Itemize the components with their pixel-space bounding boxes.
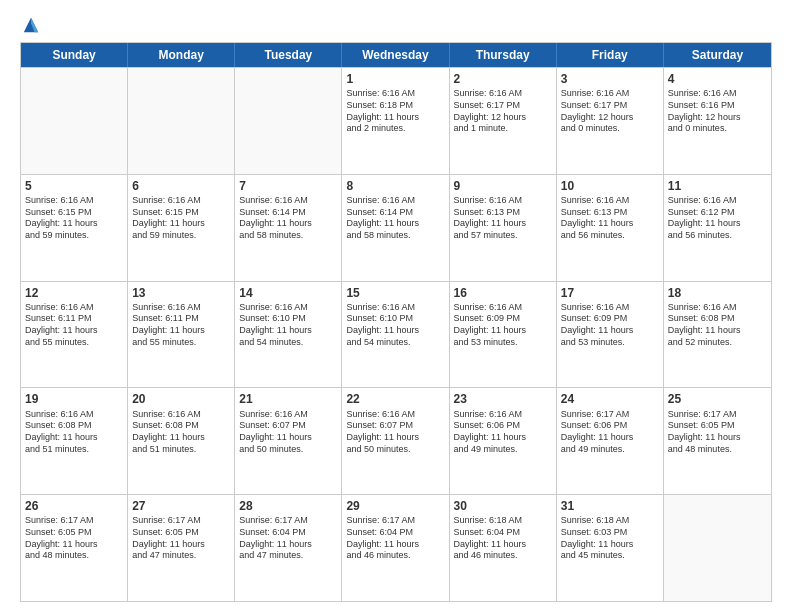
cal-cell-4-2: 28Sunrise: 6:17 AM Sunset: 6:04 PM Dayli…: [235, 495, 342, 601]
weekday-header-sunday: Sunday: [21, 43, 128, 67]
day-number: 6: [132, 178, 230, 194]
cal-cell-4-1: 27Sunrise: 6:17 AM Sunset: 6:05 PM Dayli…: [128, 495, 235, 601]
cell-info: Sunrise: 6:16 AM Sunset: 6:07 PM Dayligh…: [239, 409, 337, 456]
day-number: 19: [25, 391, 123, 407]
day-number: 13: [132, 285, 230, 301]
cell-info: Sunrise: 6:17 AM Sunset: 6:05 PM Dayligh…: [25, 515, 123, 562]
cal-cell-1-3: 8Sunrise: 6:16 AM Sunset: 6:14 PM Daylig…: [342, 175, 449, 281]
cal-cell-1-6: 11Sunrise: 6:16 AM Sunset: 6:12 PM Dayli…: [664, 175, 771, 281]
day-number: 28: [239, 498, 337, 514]
cal-cell-1-0: 5Sunrise: 6:16 AM Sunset: 6:15 PM Daylig…: [21, 175, 128, 281]
cell-info: Sunrise: 6:16 AM Sunset: 6:16 PM Dayligh…: [668, 88, 767, 135]
cell-info: Sunrise: 6:16 AM Sunset: 6:15 PM Dayligh…: [132, 195, 230, 242]
cell-info: Sunrise: 6:16 AM Sunset: 6:07 PM Dayligh…: [346, 409, 444, 456]
cal-cell-0-0: [21, 68, 128, 174]
cell-info: Sunrise: 6:17 AM Sunset: 6:06 PM Dayligh…: [561, 409, 659, 456]
cell-info: Sunrise: 6:17 AM Sunset: 6:04 PM Dayligh…: [239, 515, 337, 562]
cal-cell-0-2: [235, 68, 342, 174]
day-number: 29: [346, 498, 444, 514]
day-number: 17: [561, 285, 659, 301]
calendar-row-3: 19Sunrise: 6:16 AM Sunset: 6:08 PM Dayli…: [21, 387, 771, 494]
cal-cell-1-2: 7Sunrise: 6:16 AM Sunset: 6:14 PM Daylig…: [235, 175, 342, 281]
cal-cell-0-3: 1Sunrise: 6:16 AM Sunset: 6:18 PM Daylig…: [342, 68, 449, 174]
weekday-header-tuesday: Tuesday: [235, 43, 342, 67]
cell-info: Sunrise: 6:16 AM Sunset: 6:17 PM Dayligh…: [561, 88, 659, 135]
cal-cell-3-1: 20Sunrise: 6:16 AM Sunset: 6:08 PM Dayli…: [128, 388, 235, 494]
cal-cell-0-4: 2Sunrise: 6:16 AM Sunset: 6:17 PM Daylig…: [450, 68, 557, 174]
logo: [20, 16, 40, 34]
cell-info: Sunrise: 6:16 AM Sunset: 6:13 PM Dayligh…: [454, 195, 552, 242]
day-number: 2: [454, 71, 552, 87]
cell-info: Sunrise: 6:16 AM Sunset: 6:09 PM Dayligh…: [454, 302, 552, 349]
cal-cell-3-6: 25Sunrise: 6:17 AM Sunset: 6:05 PM Dayli…: [664, 388, 771, 494]
cell-info: Sunrise: 6:16 AM Sunset: 6:12 PM Dayligh…: [668, 195, 767, 242]
day-number: 27: [132, 498, 230, 514]
day-number: 5: [25, 178, 123, 194]
cal-cell-0-1: [128, 68, 235, 174]
cell-info: Sunrise: 6:16 AM Sunset: 6:18 PM Dayligh…: [346, 88, 444, 135]
cal-cell-4-6: [664, 495, 771, 601]
day-number: 30: [454, 498, 552, 514]
cell-info: Sunrise: 6:17 AM Sunset: 6:05 PM Dayligh…: [132, 515, 230, 562]
day-number: 14: [239, 285, 337, 301]
day-number: 7: [239, 178, 337, 194]
cell-info: Sunrise: 6:16 AM Sunset: 6:14 PM Dayligh…: [346, 195, 444, 242]
day-number: 8: [346, 178, 444, 194]
cal-cell-0-6: 4Sunrise: 6:16 AM Sunset: 6:16 PM Daylig…: [664, 68, 771, 174]
cell-info: Sunrise: 6:16 AM Sunset: 6:14 PM Dayligh…: [239, 195, 337, 242]
cal-cell-0-5: 3Sunrise: 6:16 AM Sunset: 6:17 PM Daylig…: [557, 68, 664, 174]
day-number: 3: [561, 71, 659, 87]
day-number: 25: [668, 391, 767, 407]
day-number: 12: [25, 285, 123, 301]
cell-info: Sunrise: 6:18 AM Sunset: 6:03 PM Dayligh…: [561, 515, 659, 562]
calendar-row-4: 26Sunrise: 6:17 AM Sunset: 6:05 PM Dayli…: [21, 494, 771, 601]
weekday-header-monday: Monday: [128, 43, 235, 67]
cell-info: Sunrise: 6:16 AM Sunset: 6:13 PM Dayligh…: [561, 195, 659, 242]
cell-info: Sunrise: 6:16 AM Sunset: 6:15 PM Dayligh…: [25, 195, 123, 242]
cell-info: Sunrise: 6:16 AM Sunset: 6:08 PM Dayligh…: [668, 302, 767, 349]
cal-cell-1-1: 6Sunrise: 6:16 AM Sunset: 6:15 PM Daylig…: [128, 175, 235, 281]
weekday-header-thursday: Thursday: [450, 43, 557, 67]
day-number: 9: [454, 178, 552, 194]
day-number: 4: [668, 71, 767, 87]
cell-info: Sunrise: 6:16 AM Sunset: 6:08 PM Dayligh…: [25, 409, 123, 456]
header: [20, 16, 772, 34]
cell-info: Sunrise: 6:16 AM Sunset: 6:10 PM Dayligh…: [346, 302, 444, 349]
day-number: 15: [346, 285, 444, 301]
cal-cell-3-2: 21Sunrise: 6:16 AM Sunset: 6:07 PM Dayli…: [235, 388, 342, 494]
page: SundayMondayTuesdayWednesdayThursdayFrid…: [0, 0, 792, 612]
cal-cell-1-5: 10Sunrise: 6:16 AM Sunset: 6:13 PM Dayli…: [557, 175, 664, 281]
cal-cell-3-3: 22Sunrise: 6:16 AM Sunset: 6:07 PM Dayli…: [342, 388, 449, 494]
day-number: 22: [346, 391, 444, 407]
cal-cell-2-5: 17Sunrise: 6:16 AM Sunset: 6:09 PM Dayli…: [557, 282, 664, 388]
calendar: SundayMondayTuesdayWednesdayThursdayFrid…: [20, 42, 772, 602]
calendar-row-2: 12Sunrise: 6:16 AM Sunset: 6:11 PM Dayli…: [21, 281, 771, 388]
cal-cell-4-4: 30Sunrise: 6:18 AM Sunset: 6:04 PM Dayli…: [450, 495, 557, 601]
calendar-row-0: 1Sunrise: 6:16 AM Sunset: 6:18 PM Daylig…: [21, 67, 771, 174]
cell-info: Sunrise: 6:16 AM Sunset: 6:10 PM Dayligh…: [239, 302, 337, 349]
cal-cell-2-3: 15Sunrise: 6:16 AM Sunset: 6:10 PM Dayli…: [342, 282, 449, 388]
cell-info: Sunrise: 6:17 AM Sunset: 6:04 PM Dayligh…: [346, 515, 444, 562]
cell-info: Sunrise: 6:17 AM Sunset: 6:05 PM Dayligh…: [668, 409, 767, 456]
weekday-header-saturday: Saturday: [664, 43, 771, 67]
weekday-header-friday: Friday: [557, 43, 664, 67]
day-number: 31: [561, 498, 659, 514]
day-number: 21: [239, 391, 337, 407]
cal-cell-2-4: 16Sunrise: 6:16 AM Sunset: 6:09 PM Dayli…: [450, 282, 557, 388]
day-number: 10: [561, 178, 659, 194]
weekday-header-wednesday: Wednesday: [342, 43, 449, 67]
cal-cell-3-5: 24Sunrise: 6:17 AM Sunset: 6:06 PM Dayli…: [557, 388, 664, 494]
day-number: 11: [668, 178, 767, 194]
logo-icon: [22, 16, 40, 34]
calendar-body: 1Sunrise: 6:16 AM Sunset: 6:18 PM Daylig…: [21, 67, 771, 601]
cal-cell-2-2: 14Sunrise: 6:16 AM Sunset: 6:10 PM Dayli…: [235, 282, 342, 388]
cal-cell-4-0: 26Sunrise: 6:17 AM Sunset: 6:05 PM Dayli…: [21, 495, 128, 601]
day-number: 24: [561, 391, 659, 407]
day-number: 16: [454, 285, 552, 301]
cell-info: Sunrise: 6:16 AM Sunset: 6:06 PM Dayligh…: [454, 409, 552, 456]
cell-info: Sunrise: 6:16 AM Sunset: 6:11 PM Dayligh…: [132, 302, 230, 349]
day-number: 1: [346, 71, 444, 87]
cal-cell-2-0: 12Sunrise: 6:16 AM Sunset: 6:11 PM Dayli…: [21, 282, 128, 388]
cell-info: Sunrise: 6:16 AM Sunset: 6:11 PM Dayligh…: [25, 302, 123, 349]
cell-info: Sunrise: 6:18 AM Sunset: 6:04 PM Dayligh…: [454, 515, 552, 562]
